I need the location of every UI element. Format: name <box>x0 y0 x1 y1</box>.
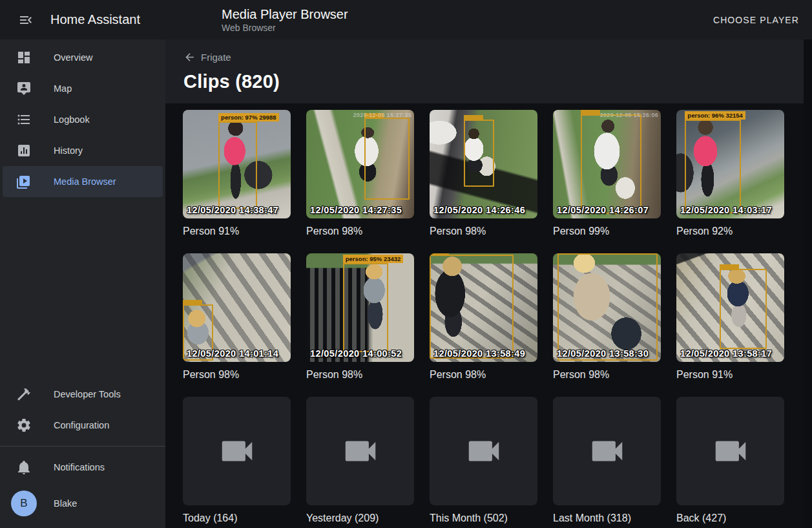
sidebar-item-label: History <box>54 145 83 156</box>
clip-thumbnail: person: 95% 2343212/05/2020 14:00:52 <box>306 253 414 362</box>
clip-timestamp-overlay: 12/05/2020 14:00:52 <box>310 348 402 359</box>
page-head: Media Player Browser Web Browser <box>222 6 348 34</box>
clip-card[interactable]: person: 97% 2998812/05/2020 14:38:47Pers… <box>183 110 291 238</box>
clip-card[interactable]: 12/05/2020 13:58:17Person 91% <box>676 253 784 381</box>
choose-player-button[interactable]: CHOOSE PLAYER <box>700 8 812 32</box>
sidebar-item-label: Media Browser <box>54 176 116 187</box>
sidebar-item-developer-tools[interactable]: Developer Tools <box>3 379 163 410</box>
notifications-label: Notifications <box>54 462 105 472</box>
detection-bounding-box <box>685 120 741 213</box>
sidebar-item-logbook[interactable]: Logbook <box>3 104 163 135</box>
folder-label: Last Month (318) <box>553 512 661 525</box>
clip-label: Person 91% <box>183 225 291 238</box>
media-grid: person: 97% 2998812/05/2020 14:38:47Pers… <box>165 103 812 525</box>
detection-bounding-box <box>557 253 658 361</box>
clip-timestamp-overlay: 12/05/2020 14:38:47 <box>187 205 278 215</box>
clip-card[interactable]: 2020-12-05 15:26:0612/05/2020 14:26:07Pe… <box>553 110 661 238</box>
camera-corner-timestamp: 2020-12-05 15:26:06 <box>600 112 658 118</box>
clip-thumbnail: 2020-12-05 15:27:3512/05/2020 14:27:35 <box>306 110 414 218</box>
dashboard-icon <box>16 50 32 65</box>
sidebar: OverviewMapLogbookHistoryMedia Browser D… <box>0 39 165 528</box>
detection-bounding-box <box>430 255 514 359</box>
folder-thumbnail <box>306 397 414 505</box>
sidebar-item-label: Developer Tools <box>54 389 121 399</box>
clip-card[interactable]: person: 96% 3215412/05/2020 14:03:17Pers… <box>676 110 784 238</box>
sidebar-item-notifications[interactable]: Notifications <box>3 452 163 483</box>
media-folder-card-this-month-502[interactable]: This Month (502) <box>430 397 537 525</box>
clip-card[interactable]: 12/05/2020 13:58:49Person 98% <box>430 253 537 381</box>
detection-bounding-box <box>343 263 388 352</box>
media-browser-icon <box>16 174 32 189</box>
camcorder-icon <box>587 431 627 471</box>
camera-corner-timestamp: 2020-12-05 15:27:35 <box>353 112 411 118</box>
gear-icon <box>16 417 32 433</box>
clip-card[interactable]: 12/05/2020 14:26:46Person 98% <box>430 110 537 238</box>
sidebar-item-label: Logbook <box>54 114 90 125</box>
sidebar-divider <box>0 446 165 447</box>
clip-thumbnail: 12/05/2020 13:58:30 <box>553 253 661 362</box>
clip-card[interactable]: 12/05/2020 14:01:14Person 98% <box>183 253 291 381</box>
folder-label: Today (164) <box>183 512 291 525</box>
folder-thumbnail <box>183 397 291 505</box>
page-subtitle: Web Browser <box>222 22 348 34</box>
detection-bounding-box <box>218 121 257 208</box>
clip-label: Person 92% <box>676 225 784 238</box>
detection-label-chip: person: 95% 23432 <box>343 255 404 263</box>
clip-card[interactable]: 12/05/2020 13:58:30Person 98% <box>553 253 661 381</box>
breadcrumb-back-button[interactable]: Frigate <box>183 51 231 63</box>
clip-label: Person 98% <box>430 225 537 238</box>
bell-icon <box>16 459 32 475</box>
clip-thumbnail: 12/05/2020 14:01:14 <box>183 253 291 362</box>
detection-bounding-box <box>581 114 641 215</box>
detection-label-chip <box>720 264 739 269</box>
clip-timestamp-overlay: 12/05/2020 14:03:17 <box>680 205 772 215</box>
map-icon <box>16 81 32 96</box>
detection-label-chip <box>183 300 202 304</box>
clip-thumbnail: 12/05/2020 13:58:49 <box>430 253 537 362</box>
clip-timestamp-overlay: 12/05/2020 14:26:46 <box>433 205 525 215</box>
user-name: Blake <box>54 498 77 509</box>
sidebar-item-history[interactable]: History <box>3 135 163 166</box>
clip-label: Person 99% <box>553 225 661 238</box>
clip-timestamp-overlay: 12/05/2020 13:58:30 <box>557 348 649 359</box>
clip-label: Person 91% <box>676 368 784 381</box>
detection-label-chip: person: 96% 32154 <box>685 111 745 120</box>
clip-card[interactable]: 2020-12-05 15:27:3512/05/2020 14:27:35Pe… <box>306 110 414 238</box>
history-icon <box>16 143 32 158</box>
clip-timestamp-overlay: 12/05/2020 13:58:49 <box>433 348 525 359</box>
scrollbar-track[interactable] <box>804 39 812 528</box>
content-header: Frigate Clips (820) <box>165 39 812 103</box>
clip-label: Person 98% <box>306 225 414 238</box>
clip-label: Person 98% <box>306 368 414 381</box>
detection-label-chip <box>430 253 449 255</box>
clip-thumbnail: person: 97% 2998812/05/2020 14:38:47 <box>183 110 291 218</box>
detection-label-chip: person: 97% 29988 <box>218 113 279 121</box>
app-title: Home Assistant <box>50 12 140 27</box>
camcorder-icon <box>711 431 751 471</box>
sidebar-item-label: Overview <box>54 52 92 63</box>
folder-thumbnail <box>676 397 784 505</box>
media-folder-card-yesterday-209[interactable]: Yesterday (209) <box>306 397 414 525</box>
folder-label: Yesterday (209) <box>306 512 414 525</box>
sidebar-item-overview[interactable]: Overview <box>3 42 163 73</box>
clip-timestamp-overlay: 12/05/2020 14:26:07 <box>557 205 649 215</box>
media-folder-card-last-month-318[interactable]: Last Month (318) <box>553 397 661 525</box>
clip-timestamp-overlay: 12/05/2020 14:27:35 <box>310 205 402 215</box>
app-bar: Home Assistant Media Player Browser Web … <box>0 0 812 39</box>
sidebar-item-label: Map <box>54 83 72 94</box>
media-folder-card-back-427[interactable]: Back (427) <box>676 397 784 525</box>
sidebar-toggle-button[interactable] <box>13 7 39 33</box>
clip-label: Person 98% <box>430 368 537 381</box>
folder-label: This Month (502) <box>430 512 537 525</box>
detection-bounding-box <box>464 120 494 187</box>
sidebar-item-configuration[interactable]: Configuration <box>3 410 163 441</box>
detection-bounding-box <box>720 269 767 349</box>
media-folder-card-today-164[interactable]: Today (164) <box>183 397 291 525</box>
sidebar-user-row[interactable]: B Blake <box>3 483 163 524</box>
detection-label-chip <box>464 115 483 120</box>
sidebar-item-media-browser[interactable]: Media Browser <box>3 166 163 197</box>
clip-card[interactable]: person: 95% 2343212/05/2020 14:00:52Pers… <box>306 253 414 381</box>
clip-timestamp-overlay: 12/05/2020 13:58:17 <box>680 348 772 359</box>
sidebar-item-map[interactable]: Map <box>3 73 163 104</box>
clips-page-title: Clips (820) <box>183 71 812 92</box>
